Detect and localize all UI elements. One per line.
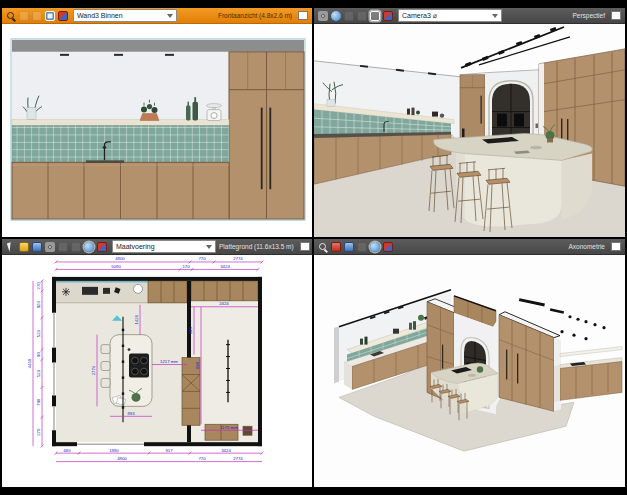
svg-text:3424: 3424 bbox=[220, 264, 230, 269]
chevron-down-icon bbox=[206, 245, 212, 249]
view-select-dropdown[interactable]: Maatvoering bbox=[112, 240, 216, 253]
view-type-label: Axonometrie bbox=[569, 243, 606, 250]
orbit-icon[interactable] bbox=[32, 11, 42, 21]
pan-icon[interactable] bbox=[19, 11, 29, 21]
built-in-oven bbox=[497, 114, 507, 127]
svg-text:893: 893 bbox=[127, 411, 135, 416]
frame-view-icon[interactable] bbox=[45, 11, 55, 21]
camera-icon[interactable] bbox=[45, 242, 55, 252]
svg-text:1426: 1426 bbox=[134, 314, 139, 324]
render-mode-icon[interactable] bbox=[58, 11, 68, 21]
tall-cabinets bbox=[229, 52, 304, 219]
view-type-label: Perspectief bbox=[572, 12, 605, 19]
svg-text:680: 680 bbox=[63, 448, 71, 453]
layers-icon[interactable] bbox=[32, 242, 42, 252]
maximize-button[interactable] bbox=[611, 11, 621, 20]
floor-plan-drawing: 4800 770 2774 5080 170 3424 680 1880 917… bbox=[2, 255, 312, 487]
svg-text:1880: 1880 bbox=[109, 448, 119, 453]
quad-viewport-workspace: Wand3 Binnen Frontaanzicht (4.8x2.6 m) bbox=[0, 0, 627, 495]
bottle bbox=[462, 129, 465, 138]
orbit-icon[interactable] bbox=[84, 242, 94, 252]
zoom-icon[interactable] bbox=[6, 11, 16, 21]
svg-text:4800: 4800 bbox=[115, 256, 125, 261]
pan-icon[interactable] bbox=[344, 11, 354, 21]
toolbar-axo: Axonometrie bbox=[314, 239, 625, 255]
render-mode-icon[interactable] bbox=[383, 242, 393, 252]
lamp-plan bbox=[134, 284, 143, 293]
orbit-icon[interactable] bbox=[370, 242, 380, 252]
floor-plan-canvas[interactable]: 4800 770 2774 5080 170 3424 680 1880 917… bbox=[2, 255, 312, 487]
chevron-down-icon bbox=[492, 14, 498, 18]
front-elevation-canvas[interactable] bbox=[2, 24, 312, 237]
viewport-perspective: Camera3 ⌀ Perspectief bbox=[314, 8, 625, 237]
ceiling-band bbox=[12, 40, 304, 52]
extractor-symbol bbox=[62, 288, 70, 296]
svg-text:523: 523 bbox=[36, 369, 41, 377]
view-select-value: Wand3 Binnen bbox=[77, 10, 123, 21]
measure-icon[interactable] bbox=[357, 242, 367, 252]
svg-text:90: 90 bbox=[36, 352, 41, 357]
svg-text:770: 770 bbox=[198, 456, 206, 461]
base-cabinets bbox=[12, 162, 229, 219]
svg-text:4460: 4460 bbox=[27, 358, 32, 368]
camera-select-dropdown[interactable]: Camera3 ⌀ bbox=[398, 9, 502, 22]
zoom-icon[interactable] bbox=[318, 242, 328, 252]
svg-text:595: 595 bbox=[188, 326, 193, 334]
toolbar-front-active: Wand3 Binnen Frontaanzicht (4.8x2.6 m) bbox=[2, 8, 312, 24]
backsplash-tiles bbox=[12, 126, 229, 163]
stool-plan bbox=[101, 345, 110, 354]
svg-text:270: 270 bbox=[36, 282, 41, 290]
svg-text:770: 770 bbox=[198, 256, 206, 261]
bottle bbox=[193, 102, 199, 121]
stool-plan bbox=[101, 378, 110, 387]
sink-plan bbox=[82, 287, 98, 295]
snap-icon[interactable] bbox=[71, 242, 81, 252]
cabinet-handle bbox=[269, 108, 271, 190]
maximize-button[interactable] bbox=[611, 242, 621, 251]
chevron-down-icon bbox=[167, 14, 173, 18]
svg-text:2774: 2774 bbox=[233, 456, 243, 461]
view-select-dropdown[interactable]: Wand3 Binnen bbox=[73, 9, 177, 22]
view-type-label: Plattegrond (11.6x13.5 m) bbox=[219, 243, 294, 250]
layers-icon[interactable] bbox=[344, 242, 354, 252]
svg-text:523: 523 bbox=[36, 329, 41, 337]
svg-text:2774: 2774 bbox=[233, 256, 243, 261]
svg-text:917: 917 bbox=[165, 448, 173, 453]
orbit-icon[interactable] bbox=[331, 11, 341, 21]
render-mode-icon[interactable] bbox=[97, 242, 107, 252]
faucet-plan bbox=[128, 348, 131, 351]
svg-text:4800: 4800 bbox=[117, 456, 127, 461]
plant-plan bbox=[132, 393, 141, 402]
svg-text:2774: 2774 bbox=[91, 365, 96, 375]
viewport-axonometric: Axonometrie bbox=[314, 239, 625, 487]
maximize-button[interactable] bbox=[298, 11, 308, 20]
pointer-icon[interactable] bbox=[6, 242, 16, 252]
folder-icon[interactable] bbox=[19, 242, 29, 252]
stool-plan bbox=[101, 362, 110, 371]
view-select-value: Maatvoering bbox=[116, 241, 155, 252]
axonometric-render bbox=[314, 255, 625, 487]
svg-text:890: 890 bbox=[195, 361, 200, 369]
maximize-button[interactable] bbox=[300, 242, 310, 251]
light-switch bbox=[536, 124, 539, 128]
perspective-render bbox=[314, 24, 625, 237]
walk-icon[interactable] bbox=[357, 11, 367, 21]
bowl bbox=[530, 146, 542, 150]
svg-text:5080: 5080 bbox=[111, 264, 121, 269]
svg-text:920: 920 bbox=[36, 301, 41, 309]
render-mode-icon[interactable] bbox=[383, 11, 393, 21]
bowl bbox=[468, 374, 476, 377]
perspective-canvas[interactable] bbox=[314, 24, 625, 237]
frame-view-icon[interactable] bbox=[370, 11, 380, 21]
svg-text:790: 790 bbox=[36, 398, 41, 406]
svg-text:1217 mm: 1217 mm bbox=[160, 359, 178, 364]
camera-select-value: Camera3 ⌀ bbox=[402, 10, 437, 21]
camera-icon[interactable] bbox=[318, 11, 328, 21]
axonometric-canvas[interactable] bbox=[314, 255, 625, 487]
measure-icon[interactable] bbox=[58, 242, 68, 252]
material-icon[interactable] bbox=[331, 242, 341, 252]
cabinet-handle bbox=[261, 108, 263, 190]
svg-text:2424: 2424 bbox=[219, 301, 229, 306]
view-type-label: Frontaanzicht (4.8x2.6 m) bbox=[218, 12, 292, 19]
svg-text:270: 270 bbox=[36, 428, 41, 436]
